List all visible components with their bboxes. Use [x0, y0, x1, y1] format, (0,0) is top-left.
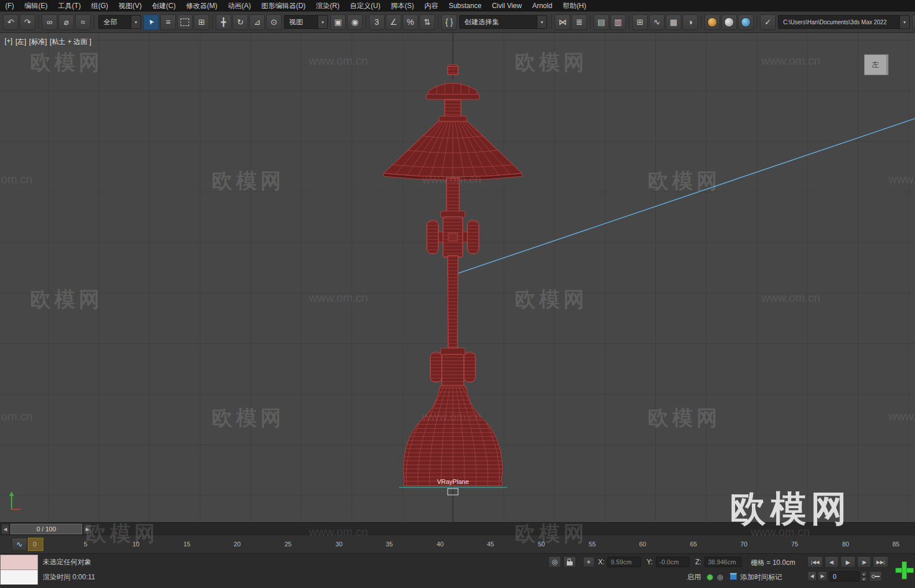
- x-coordinate-field[interactable]: 9.59cm: [607, 557, 641, 567]
- menu-item-views[interactable]: 视图(V): [113, 1, 147, 11]
- padlock-icon: [567, 561, 573, 565]
- time-slider-prev-icon[interactable]: ◀: [1, 524, 9, 534]
- selection-lock-icon[interactable]: [563, 556, 576, 568]
- y-coordinate-field[interactable]: -0.0cm: [656, 557, 689, 567]
- viewport-menu-shading[interactable]: [粘土 + 边面 ]: [50, 37, 91, 47]
- edit-named-sets-button[interactable]: { }: [441, 14, 457, 30]
- y-label: Y:: [647, 558, 653, 566]
- menu-item-tools[interactable]: 工具(T): [53, 1, 86, 11]
- scene-explorer-button[interactable]: ▤: [593, 14, 609, 30]
- select-and-move-button[interactable]: ╋: [216, 14, 231, 30]
- rendered-frame-window-button[interactable]: [721, 14, 737, 30]
- view-cube[interactable]: 左: [864, 54, 888, 75]
- select-and-rotate-button[interactable]: ↻: [233, 14, 248, 30]
- render-icon: [741, 17, 751, 27]
- snap-toggle-3d-button[interactable]: 3: [369, 14, 385, 30]
- chevron-down-icon: ▼: [537, 16, 547, 28]
- absolute-offset-toggle-icon[interactable]: ⌖: [583, 557, 595, 567]
- named-selection-sets-dropdown[interactable]: 创建选择集 ▼: [459, 15, 547, 29]
- viewport-menu-renderer[interactable]: [标准]: [29, 37, 47, 47]
- add-keyframe-button[interactable]: [894, 555, 914, 584]
- maxscript-mini-listener[interactable]: [0, 554, 38, 585]
- menu-item-create[interactable]: 创建(C): [147, 1, 181, 11]
- curve-editor-button[interactable]: ∿: [649, 14, 665, 30]
- select-object-button[interactable]: ➤: [143, 14, 159, 30]
- redo-icon[interactable]: ↷: [20, 14, 35, 30]
- frame-spinner-up-icon[interactable]: ▴: [861, 571, 867, 576]
- layer-explorer-button[interactable]: ▥: [610, 14, 626, 30]
- menu-item-group[interactable]: 组(G): [86, 1, 113, 11]
- use-pivot-center-button[interactable]: ▣: [330, 14, 346, 30]
- material-editor-button[interactable]: ◑: [682, 14, 698, 30]
- current-frame-field[interactable]: 0: [829, 571, 859, 582]
- menu-item-content[interactable]: 内容: [419, 1, 444, 11]
- selection-filter-dropdown[interactable]: 全部 ▼: [98, 15, 141, 29]
- menu-item-file[interactable]: (F): [0, 2, 19, 10]
- select-and-place-button[interactable]: ⊙: [266, 14, 282, 30]
- menu-item-scripting[interactable]: 脚本(S): [386, 1, 419, 11]
- select-and-link-icon[interactable]: ∞: [42, 14, 57, 30]
- ribbon-toggle-button[interactable]: ⊞: [632, 14, 648, 30]
- frame-forward-icon[interactable]: ▶: [818, 571, 827, 581]
- menu-item-substance[interactable]: Substance: [444, 2, 487, 10]
- undo-icon[interactable]: ↶: [3, 14, 19, 30]
- viewport-menu-pov[interactable]: [左]: [16, 37, 27, 47]
- z-coordinate-field[interactable]: 38.946cm: [704, 557, 741, 567]
- render-setup-button[interactable]: [704, 14, 720, 30]
- frame-spinner-down-icon[interactable]: ▾: [861, 576, 867, 582]
- menu-item-arnold[interactable]: Arnold: [527, 2, 558, 10]
- play-animation-icon[interactable]: ▶: [840, 556, 855, 568]
- ruler-tick: 20: [234, 541, 241, 548]
- schematic-view-button[interactable]: ▦: [666, 14, 681, 30]
- project-check-icon[interactable]: ✓: [760, 14, 776, 30]
- spinner-snap-button[interactable]: ⇅: [419, 14, 435, 30]
- track-bar[interactable]: ∿ 0 5 10 15 20 25 30 35 40 45 50 55 60 6…: [0, 535, 915, 554]
- isolate-selection-icon[interactable]: ◎: [548, 556, 561, 568]
- add-time-tag[interactable]: 添加时间标记: [740, 572, 782, 582]
- bind-to-space-warp-icon[interactable]: ≈: [75, 14, 91, 30]
- coord-system-dropdown[interactable]: 视图 ▼: [284, 15, 328, 29]
- unlink-selection-icon[interactable]: ⌀: [58, 14, 74, 30]
- menu-item-graph-editors[interactable]: 图形编辑器(D): [256, 1, 311, 11]
- ruler-tick: 50: [538, 541, 545, 548]
- menu-item-civil-view[interactable]: Civil View: [486, 2, 527, 10]
- previous-frame-icon[interactable]: ◀|: [825, 556, 839, 568]
- toolbar-separator: [590, 15, 591, 29]
- viewport-menu-general[interactable]: [+]: [5, 37, 13, 47]
- menu-item-edit[interactable]: 编辑(E): [19, 1, 53, 11]
- listener-macro-row[interactable]: [1, 555, 38, 570]
- go-to-start-icon[interactable]: |◀◀: [807, 556, 823, 568]
- select-and-manipulate-button[interactable]: ◉: [347, 14, 363, 30]
- angle-snap-button[interactable]: ∠: [386, 14, 401, 30]
- menu-item-rendering[interactable]: 渲染(R): [311, 1, 345, 11]
- mini-curve-editor-icon[interactable]: ∿: [12, 538, 27, 551]
- listener-script-row[interactable]: [1, 570, 38, 585]
- ruler-tick: 35: [386, 541, 393, 548]
- time-slider-track[interactable]: ◀ 0 / 100 ▶: [0, 522, 915, 535]
- menu-item-modifiers[interactable]: 修改器(M): [181, 1, 223, 11]
- select-by-name-button[interactable]: ≡: [160, 14, 176, 30]
- next-frame-icon[interactable]: |▶: [857, 556, 871, 568]
- record-toggle-icon[interactable]: ◎: [715, 572, 725, 582]
- menu-item-customize[interactable]: 自定义(U): [345, 1, 386, 11]
- time-slider-next-icon[interactable]: ▶: [83, 524, 91, 534]
- enable-status-dot[interactable]: [707, 574, 713, 580]
- window-crossing-button[interactable]: ⊞: [194, 14, 209, 30]
- key-mode-toggle-icon[interactable]: [869, 571, 882, 582]
- align-button[interactable]: ≣: [571, 14, 587, 30]
- percent-snap-button[interactable]: %: [403, 14, 418, 30]
- time-slider-thumb[interactable]: 0 / 100: [10, 524, 82, 534]
- chevron-down-icon: ▼: [899, 16, 909, 28]
- frame-back-icon[interactable]: ◀: [807, 571, 817, 581]
- selection-region-button[interactable]: [177, 14, 193, 30]
- viewport-left[interactable]: VRayPlane [+] [左] [标准] [粘土 + 边面 ] 左: [0, 33, 915, 522]
- select-and-scale-button[interactable]: ⊿: [249, 14, 265, 30]
- workspace-button[interactable]: [912, 14, 915, 30]
- go-to-end-icon[interactable]: ▶▶|: [873, 556, 888, 568]
- menu-item-help[interactable]: 帮助(H): [558, 1, 592, 11]
- project-folder-dropdown[interactable]: C:\Users\Han\Documents\3ds Max 2022 ▼: [778, 15, 910, 29]
- menu-item-animation[interactable]: 动画(A): [223, 1, 256, 11]
- mirror-button[interactable]: ⋈: [555, 14, 570, 30]
- render-production-button[interactable]: [738, 14, 754, 30]
- plus-icon: [902, 561, 907, 579]
